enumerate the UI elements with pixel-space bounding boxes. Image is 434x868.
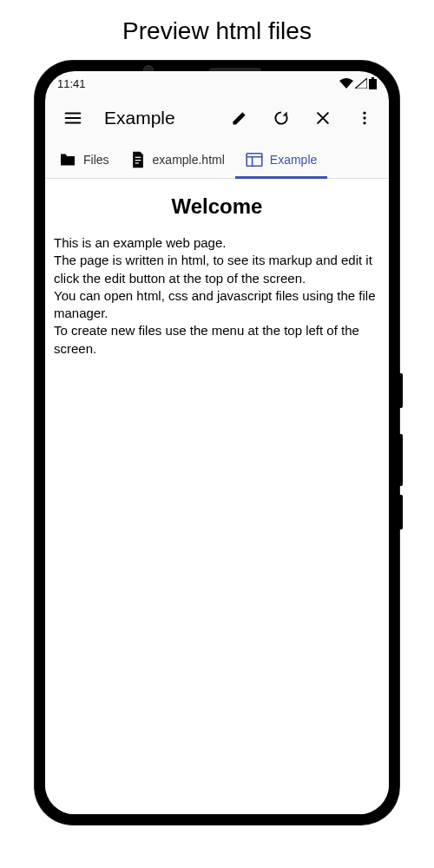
content-heading: Welcome: [54, 194, 380, 219]
phone-screen: 11:41 Example: [45, 71, 389, 814]
preview-content: Welcome This is an example web page. The…: [45, 179, 389, 814]
more-vert-icon: [356, 109, 373, 127]
refresh-button[interactable]: [264, 101, 299, 135]
svg-point-2: [363, 112, 365, 115]
svg-rect-7: [135, 162, 138, 163]
phone-side-button: [399, 373, 403, 408]
tab-bar: Files example.html Example: [45, 141, 389, 179]
file-icon: [130, 151, 146, 168]
pencil-icon: [231, 109, 248, 127]
svg-rect-5: [135, 156, 141, 157]
svg-point-3: [363, 116, 365, 119]
edit-button[interactable]: [222, 101, 257, 135]
svg-rect-6: [135, 160, 141, 161]
web-icon: [246, 153, 263, 167]
tab-label: example.html: [153, 153, 225, 167]
hamburger-icon: [63, 108, 82, 128]
content-body: This is an example web page. The page is…: [54, 234, 380, 358]
cellular-icon: [355, 78, 367, 89]
app-bar: Example: [45, 95, 389, 141]
phone-side-button: [399, 495, 403, 529]
wifi-icon: [339, 78, 353, 89]
close-icon: [314, 109, 332, 127]
tab-file-example-html[interactable]: example.html: [120, 141, 235, 178]
status-bar: 11:41: [45, 71, 389, 95]
status-time: 11:41: [57, 77, 86, 90]
tab-label: Example: [270, 153, 317, 167]
refresh-icon: [273, 109, 290, 127]
svg-rect-1: [372, 77, 374, 79]
svg-rect-0: [369, 79, 377, 89]
phone-frame: 11:41 Example: [35, 61, 399, 825]
menu-button[interactable]: [56, 101, 90, 135]
battery-icon: [369, 77, 377, 89]
app-title: Example: [104, 108, 215, 128]
close-button[interactable]: [306, 101, 340, 135]
tab-label: Files: [83, 153, 109, 167]
svg-point-4: [363, 122, 365, 124]
folder-icon: [59, 153, 76, 167]
svg-rect-8: [247, 153, 262, 165]
tab-files[interactable]: Files: [49, 141, 120, 178]
overflow-button[interactable]: [347, 101, 382, 135]
tab-preview-example[interactable]: Example: [235, 141, 327, 178]
phone-side-button: [399, 434, 403, 486]
status-icons: [339, 77, 377, 89]
page-heading: Preview html files: [0, 0, 434, 61]
